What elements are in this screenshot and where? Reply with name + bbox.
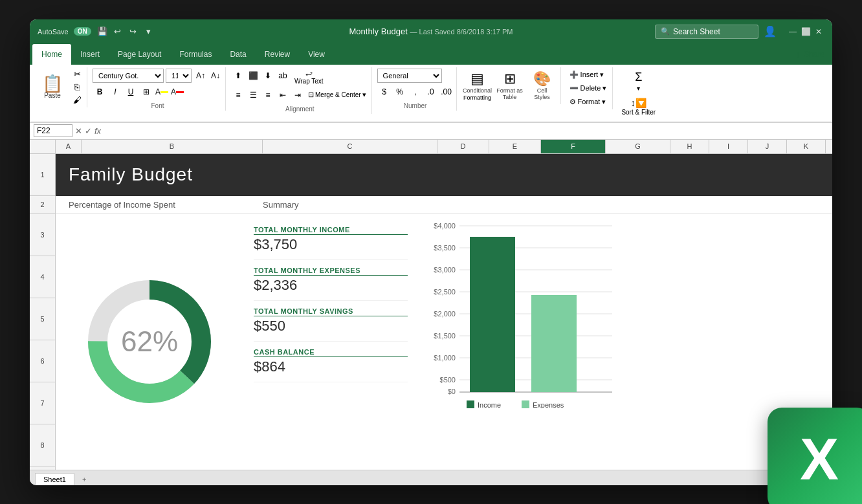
share-button[interactable]: ↑ Share — [791, 44, 830, 65]
format-cells-button[interactable]: ⚙ Format ▾ — [566, 96, 610, 108]
decrease-indent-button[interactable]: ⇤ — [276, 88, 290, 102]
decrease-decimal-button[interactable]: .0 — [424, 85, 438, 99]
decrease-font-button[interactable]: A↓ — [208, 69, 223, 83]
expenses-label: TOTAL MONTHLY EXPENSES — [254, 267, 408, 276]
increase-decimal-button[interactable]: .00 — [439, 85, 454, 99]
format-painter-button[interactable]: 🖌 — [70, 94, 84, 106]
copy-button[interactable]: ⎘ — [70, 82, 84, 93]
excel-app: AutoSave ON 💾 ↩ ↪ ▾ Monthly Budget — Las… — [30, 19, 832, 485]
format-table-icon: ⊞ — [504, 71, 516, 87]
insert-cells-button[interactable]: ➕ Insert ▾ — [566, 69, 610, 81]
formula-cancel-icon[interactable]: ✕ — [75, 126, 82, 136]
col-header-b[interactable]: B — [82, 140, 263, 153]
col-header-a[interactable]: A — [56, 140, 82, 153]
bold-button[interactable]: B — [93, 85, 107, 99]
row-num-4[interactable]: 4 — [30, 256, 55, 298]
font-name-select[interactable]: Century Got. — [93, 69, 164, 83]
paste-button[interactable]: 📋 Paste — [38, 69, 67, 106]
insert-icon: ➕ — [569, 71, 579, 79]
col-header-g[interactable]: G — [606, 140, 670, 153]
formula-input[interactable] — [104, 126, 828, 135]
customize-icon[interactable]: ▾ — [143, 26, 155, 38]
font-group-label: Font — [93, 102, 223, 109]
orientation-button[interactable]: ab — [276, 69, 290, 83]
borders-button[interactable]: ⊞ — [139, 85, 153, 99]
sort-label: Sort & Filter — [621, 109, 656, 116]
col-header-j[interactable]: J — [748, 140, 787, 153]
tab-data[interactable]: Data — [221, 44, 255, 65]
delete-icon: ➖ — [569, 84, 579, 93]
col-header-i[interactable]: I — [709, 140, 748, 153]
fill-color-button[interactable]: A — [155, 85, 169, 99]
sort-filter-button[interactable]: ↕🔽 Sort & Filter — [618, 96, 659, 118]
autosave-label: AutoSave — [38, 28, 69, 36]
cell-reference-input[interactable] — [34, 124, 72, 137]
tab-formulas[interactable]: Formulas — [170, 44, 221, 65]
minimize-button[interactable]: — — [787, 26, 799, 38]
formula-fx-icon[interactable]: fx — [94, 126, 101, 136]
underline-button[interactable]: U — [124, 85, 138, 99]
row-num-8[interactable]: 8 — [30, 424, 55, 466]
row-num-7[interactable]: 7 — [30, 382, 55, 424]
tab-home[interactable]: Home — [32, 44, 71, 65]
align-top-button[interactable]: ⬆ — [231, 69, 245, 83]
italic-button[interactable]: I — [108, 85, 122, 99]
sheet-tab-1[interactable]: Sheet1 — [35, 473, 74, 485]
merge-center-button[interactable]: ⊡ Merge & Center ▾ — [305, 88, 369, 102]
close-button[interactable]: ✕ — [813, 26, 824, 38]
delete-cells-button[interactable]: ➖ Delete ▾ — [566, 82, 610, 94]
align-center-button[interactable]: ☰ — [246, 88, 260, 102]
percent-button[interactable]: % — [393, 85, 407, 99]
cells-area: Family Budget Percentage of Income Spent… — [56, 154, 832, 470]
svg-text:$2,000: $2,000 — [434, 310, 456, 318]
cash-label: CASH BALANCE — [254, 348, 408, 357]
save-icon[interactable]: 💾 — [96, 26, 108, 38]
conditional-formatting-button[interactable]: ▤ Conditional Formatting — [462, 69, 493, 104]
insert-dropdown: ▾ — [600, 71, 604, 79]
row-num-5[interactable]: 5 — [30, 298, 55, 340]
align-bottom-button[interactable]: ⬇ — [261, 69, 275, 83]
sum-dropdown: ▾ — [637, 85, 640, 92]
format-as-table-button[interactable]: ⊞ Format as Table — [494, 69, 525, 104]
increase-font-button[interactable]: A↑ — [193, 69, 208, 83]
formula-confirm-icon[interactable]: ✓ — [85, 126, 92, 136]
row-num-6[interactable]: 6 — [30, 340, 55, 382]
col-header-f[interactable]: F — [541, 140, 606, 153]
svg-text:$1,500: $1,500 — [434, 332, 456, 340]
search-box[interactable]: 🔍 Search Sheet — [655, 25, 758, 39]
col-header-d[interactable]: D — [437, 140, 489, 153]
align-left-button[interactable]: ≡ — [231, 88, 245, 102]
tab-review[interactable]: Review — [256, 44, 299, 65]
increase-indent-button[interactable]: ⇥ — [291, 88, 305, 102]
add-sheet-button[interactable]: + — [74, 474, 94, 485]
donut-chart-area: 62% — [56, 214, 243, 470]
align-row-bottom: ≡ ☰ ≡ ⇤ ⇥ ⊡ Merge & Center ▾ — [231, 88, 369, 102]
cell-styles-button[interactable]: 🎨 Cell Styles — [527, 69, 558, 104]
col-header-c[interactable]: C — [263, 140, 437, 153]
col-header-h[interactable]: H — [670, 140, 709, 153]
title-bar: AutoSave ON 💾 ↩ ↪ ▾ Monthly Budget — Las… — [30, 19, 832, 44]
tab-view[interactable]: View — [299, 44, 334, 65]
autosave-toggle[interactable]: ON — [74, 27, 91, 36]
row-num-3[interactable]: 3 — [30, 214, 55, 256]
col-header-k[interactable]: K — [787, 140, 826, 153]
restore-button[interactable]: ⬜ — [800, 26, 812, 38]
currency-button[interactable]: $ — [377, 85, 392, 99]
align-middle-button[interactable]: ⬛ — [246, 69, 260, 83]
number-format-select[interactable]: General — [377, 69, 442, 83]
undo-icon[interactable]: ↩ — [112, 26, 124, 38]
comma-button[interactable]: , — [408, 85, 423, 99]
font-size-select[interactable]: 11 — [166, 69, 192, 83]
cut-button[interactable]: ✂ — [70, 69, 84, 80]
row-num-1[interactable]: 1 — [30, 154, 55, 196]
font-color-button[interactable]: A — [170, 85, 184, 99]
redo-icon[interactable]: ↪ — [127, 26, 139, 38]
alignment-group-label: Alignment — [231, 105, 369, 113]
tab-page-layout[interactable]: Page Layout — [109, 44, 170, 65]
row-num-2[interactable]: 2 — [30, 196, 55, 214]
wrap-text-button[interactable]: ⮐ Wrap Text — [291, 69, 327, 86]
tab-insert[interactable]: Insert — [71, 44, 109, 65]
align-right-button[interactable]: ≡ — [261, 88, 275, 102]
autosum-button[interactable]: Σ ▾ — [618, 69, 659, 94]
col-header-e[interactable]: E — [489, 140, 541, 153]
